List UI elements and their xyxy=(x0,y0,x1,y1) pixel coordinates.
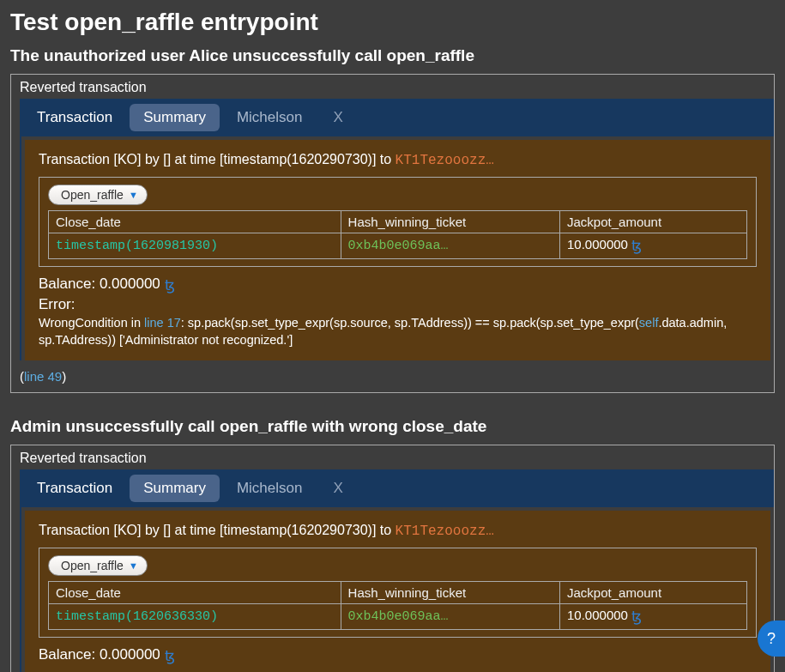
col-close-date: Close_date xyxy=(49,582,341,604)
balance-text: Balance: 0.000000 xyxy=(39,275,165,292)
paren-close: ) xyxy=(62,369,66,384)
tab-michelson[interactable]: Michelson xyxy=(221,100,318,135)
tez-icon: ꜩ xyxy=(631,608,642,626)
parameters-table: Close_date Hash_winning_ticket Jackpot_a… xyxy=(48,210,747,259)
parameters-box: Open_raffle ▼ Close_date Hash_winning_ti… xyxy=(39,177,757,267)
error-line-link[interactable]: line 17 xyxy=(144,316,181,330)
caret-down-icon: ▼ xyxy=(129,560,138,571)
parameters-box: Open_raffle ▼ Close_date Hash_winning_ti… xyxy=(39,548,757,638)
section-heading: The unauthorized user Alice unsuccessful… xyxy=(10,46,775,65)
cell-close-date: timestamp(1620981930) xyxy=(49,233,341,259)
tab-summary[interactable]: Summary xyxy=(130,475,220,502)
transaction-summary-line: Transaction [KO] by [] at time [timestam… xyxy=(39,523,757,539)
cell-close-date: timestamp(1620636330) xyxy=(49,604,341,630)
tab-transaction[interactable]: Transaction xyxy=(21,471,128,506)
tab-close[interactable]: X xyxy=(317,100,358,135)
jackpot-value: 10.000000 xyxy=(567,608,631,622)
section-heading: Admin unsuccessfully call open_raffle wi… xyxy=(10,417,775,436)
open-raffle-label: Open_raffle xyxy=(61,188,124,202)
transaction-summary-line: Transaction [KO] by [] at time [timestam… xyxy=(39,152,757,168)
transaction-card: Transaction Summary Michelson X Transact… xyxy=(20,99,774,360)
balance-text: Balance: 0.000000 xyxy=(39,646,165,663)
col-jackpot: Jackpot_amount xyxy=(560,211,747,233)
tez-icon: ꜩ xyxy=(165,276,175,294)
transaction-prefix: Transaction [KO] by [] at time [timestam… xyxy=(39,152,396,166)
tab-bar: Transaction Summary Michelson X xyxy=(21,469,774,507)
open-raffle-dropdown[interactable]: Open_raffle ▼ xyxy=(48,555,148,576)
tez-icon: ꜩ xyxy=(631,237,642,255)
cell-hash: 0xb4b0e069aa… xyxy=(341,233,559,259)
error-label: Error: xyxy=(39,296,757,313)
tab-bar: Transaction Summary Michelson X xyxy=(21,99,774,136)
contract-address[interactable]: KT1Tezooozz… xyxy=(396,153,494,168)
cell-jackpot: 10.000000 ꜩ xyxy=(560,604,747,630)
table-row: timestamp(1620636330) 0xb4b0e069aa… 10.0… xyxy=(49,604,747,630)
reverted-label: Reverted transaction xyxy=(11,75,774,99)
col-hash: Hash_winning_ticket xyxy=(341,211,559,233)
transaction-content: Transaction [KO] by [] at time [timestam… xyxy=(25,511,770,672)
error-pre: WrongCondition in xyxy=(39,316,144,330)
transaction-content: Transaction [KO] by [] at time [timestam… xyxy=(25,140,770,360)
tez-icon: ꜩ xyxy=(165,647,175,665)
tab-transaction[interactable]: Transaction xyxy=(21,100,128,135)
reverted-transaction-box: Reverted transaction Transaction Summary… xyxy=(10,445,775,672)
self-keyword: self xyxy=(639,316,659,330)
transaction-prefix: Transaction [KO] by [] at time [timestam… xyxy=(39,523,396,537)
footer-line: (line 49) xyxy=(11,364,774,392)
jackpot-value: 10.000000 xyxy=(567,237,631,251)
open-raffle-dropdown[interactable]: Open_raffle ▼ xyxy=(48,185,148,205)
cell-jackpot: 10.000000 ꜩ xyxy=(560,233,747,259)
caret-down-icon: ▼ xyxy=(129,190,138,200)
balance-line: Balance: 0.000000 ꜩ xyxy=(39,646,757,665)
error-mid-a: : sp.pack(sp.set_type_expr(sp.source, sp… xyxy=(181,316,639,330)
col-jackpot: Jackpot_amount xyxy=(560,582,747,604)
col-hash: Hash_winning_ticket xyxy=(341,582,559,604)
reverted-transaction-box: Reverted transaction Transaction Summary… xyxy=(10,74,775,393)
page-title: Test open_raffle entrypoint xyxy=(10,9,775,36)
tab-close[interactable]: X xyxy=(317,471,358,506)
balance-line: Balance: 0.000000 ꜩ xyxy=(39,275,757,294)
contract-address[interactable]: KT1Tezooozz… xyxy=(396,524,494,539)
tab-michelson[interactable]: Michelson xyxy=(221,471,318,506)
parameters-table: Close_date Hash_winning_ticket Jackpot_a… xyxy=(48,581,747,630)
help-icon: ? xyxy=(767,630,776,648)
open-raffle-label: Open_raffle xyxy=(61,559,124,572)
footer-line-link[interactable]: line 49 xyxy=(24,369,62,384)
cell-hash: 0xb4b0e069aa… xyxy=(341,604,559,630)
tab-summary[interactable]: Summary xyxy=(130,104,220,131)
reverted-label: Reverted transaction xyxy=(11,445,774,469)
col-close-date: Close_date xyxy=(49,211,341,233)
transaction-card: Transaction Summary Michelson X Transact… xyxy=(20,469,774,672)
error-body: WrongCondition in line 17: sp.pack(sp.se… xyxy=(39,315,757,348)
table-row: timestamp(1620981930) 0xb4b0e069aa… 10.0… xyxy=(49,233,747,259)
